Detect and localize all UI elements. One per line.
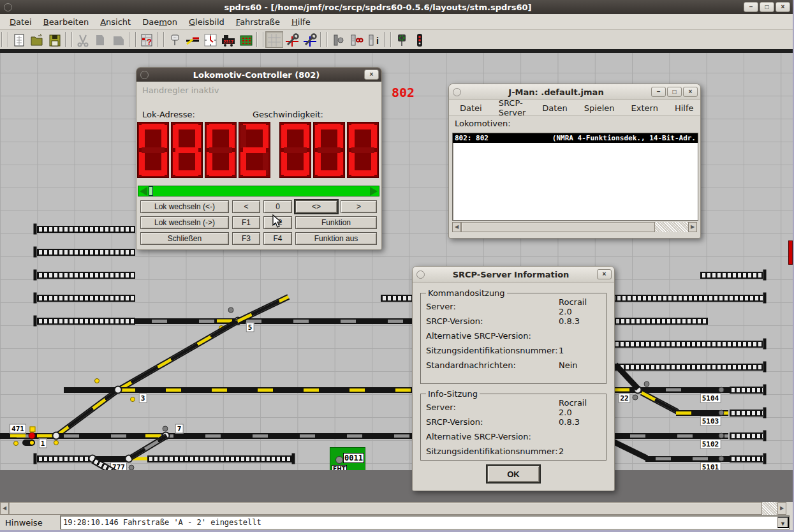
scrollbar-thumb[interactable] [461, 222, 655, 232]
track-route-yellow[interactable] [120, 387, 412, 393]
track-segment[interactable] [730, 410, 763, 417]
srcp-close-button[interactable]: × [597, 269, 612, 279]
clock-button[interactable] [202, 31, 219, 48]
track-segment[interactable] [37, 455, 91, 462]
track-segment[interactable] [730, 432, 763, 440]
track-label[interactable]: 471 [10, 424, 26, 434]
scroll-right-icon[interactable]: ▶ [688, 222, 697, 232]
coupler-panel-button[interactable] [347, 31, 365, 48]
loks-listbox[interactable]: 802: 802 (NMRA 4-Funktionsdek., 14-Bit-A… [452, 133, 698, 221]
window-menu-icon[interactable] [4, 3, 12, 11]
signal-lamp-button[interactable] [329, 31, 347, 48]
srcp-titlebar[interactable]: SRCP-Server Information × [413, 267, 614, 283]
track-label[interactable]: 1 [39, 439, 47, 448]
lok-button[interactable]: > [341, 200, 377, 213]
lok-button[interactable]: Funktion aus [295, 232, 377, 245]
turnout-colors-button[interactable] [184, 31, 202, 48]
jman-minimize-button[interactable]: – [651, 87, 666, 97]
switch-point[interactable] [114, 386, 122, 394]
dwarf-signal[interactable] [22, 440, 35, 446]
window-menu-icon[interactable] [453, 88, 461, 96]
lok-button[interactable]: 0 [263, 200, 292, 213]
track-label[interactable]: 5 [246, 323, 254, 332]
status-message-field[interactable]: 19:28:10.146 Fahrstraße 'A - 2' eingeste… [60, 515, 790, 529]
scroll-left-icon[interactable]: ◀ [452, 222, 461, 232]
window-menu-icon[interactable] [140, 71, 149, 79]
scroll-right-icon[interactable]: ▶ [777, 502, 786, 515]
track-label[interactable]: 3 [139, 394, 147, 403]
scrollbar-trough[interactable] [655, 222, 688, 232]
track-segment[interactable] [730, 387, 763, 394]
scrollbar-trough[interactable] [762, 502, 777, 515]
locomotive-button[interactable]: 2317 [219, 31, 237, 48]
lok-button[interactable]: F4 [263, 232, 292, 245]
menu-item[interactable]: Ansicht [94, 16, 136, 28]
lok-button[interactable]: F1 [232, 216, 260, 229]
lok-button[interactable]: <> [295, 200, 337, 213]
track-segment[interactable] [37, 318, 135, 325]
track-segment[interactable] [64, 387, 120, 393]
edit-mode-red-button[interactable] [283, 31, 301, 48]
track-segment[interactable] [614, 318, 708, 325]
menu-item[interactable]: Datei [4, 16, 38, 28]
lok-close-button[interactable]: × [364, 70, 379, 80]
menu-item[interactable]: Gleisbild [183, 16, 230, 28]
menu-item[interactable]: Daten [534, 102, 575, 114]
track-segment[interactable] [700, 272, 763, 279]
track-route-gray[interactable] [135, 318, 412, 324]
dropdown-arrow-icon[interactable]: ▼ [777, 517, 789, 528]
menu-item[interactable]: Hilfe [666, 102, 702, 114]
track-label[interactable]: 5103 [700, 417, 721, 426]
track-route-yellow[interactable] [640, 390, 679, 414]
track-label[interactable]: 5102 [700, 440, 721, 449]
menu-item[interactable]: Spielen [576, 102, 623, 114]
menu-item[interactable]: Datei [452, 102, 490, 114]
open-layout-button[interactable] [28, 31, 46, 48]
slider-handle[interactable] [149, 186, 153, 196]
info-panel-button[interactable]: i [365, 31, 383, 48]
menu-item[interactable]: Daemon [136, 16, 183, 28]
jman-hscrollbar[interactable]: ◀ ▶ [452, 222, 697, 232]
track-segment[interactable] [147, 455, 293, 462]
track-segment[interactable] [612, 439, 648, 461]
green-signal-button[interactable] [393, 31, 411, 48]
lok-button[interactable]: Funktion [295, 216, 377, 229]
switch-point[interactable] [52, 432, 61, 440]
track-label[interactable]: 7 [175, 424, 184, 434]
signal-dot-red[interactable] [29, 432, 36, 440]
track-label[interactable]: 5104 [700, 394, 721, 403]
main-hscrollbar[interactable]: ◀ ▶ [0, 502, 786, 515]
menu-item[interactable]: Bearbeiten [38, 16, 94, 28]
minimize-button[interactable]: – [744, 2, 758, 12]
jman-titlebar[interactable]: J-Man: .default.jman – □ × [449, 84, 700, 100]
track-segment[interactable] [37, 272, 135, 279]
track-label[interactable]: 22 [618, 394, 630, 403]
track-route-yellow[interactable] [117, 318, 240, 392]
new-layout-button[interactable] [10, 31, 28, 48]
speed-slider[interactable] [138, 186, 379, 196]
close-button[interactable]: × [776, 2, 790, 12]
edit-mode-blue-button[interactable] [301, 31, 319, 48]
panel-properties-button[interactable]: ? [138, 31, 156, 48]
red-signal-button[interactable] [411, 31, 429, 48]
track-route-gray[interactable] [0, 433, 728, 439]
jman-close-button[interactable]: × [683, 87, 698, 97]
lok-button[interactable]: Lok wechseln (->) [140, 216, 229, 229]
led-panel-button[interactable] [237, 31, 255, 48]
scroll-left-icon[interactable]: ◀ [0, 502, 9, 515]
menu-item[interactable]: SRCP-Server [490, 97, 534, 119]
lok-list-item-selected[interactable]: 802: 802 (NMRA 4-Funktionsdek., 14-Bit-A… [453, 133, 698, 143]
menu-item[interactable]: Extern [623, 102, 666, 114]
lok-button[interactable]: F3 [232, 232, 260, 245]
track-segment[interactable] [37, 295, 135, 302]
slider-right-arrow-icon[interactable] [370, 187, 378, 196]
track-segment[interactable] [730, 455, 763, 462]
lok-button[interactable]: Schließen [140, 232, 229, 245]
maximize-button[interactable]: □ [760, 2, 774, 12]
switch-lamp-button[interactable] [166, 31, 184, 48]
track-segment[interactable] [37, 249, 135, 256]
track-route-yellow[interactable] [54, 387, 120, 438]
slider-left-arrow-icon[interactable] [140, 187, 147, 196]
lok-button[interactable]: < [232, 200, 260, 213]
track-segment[interactable] [37, 226, 135, 233]
